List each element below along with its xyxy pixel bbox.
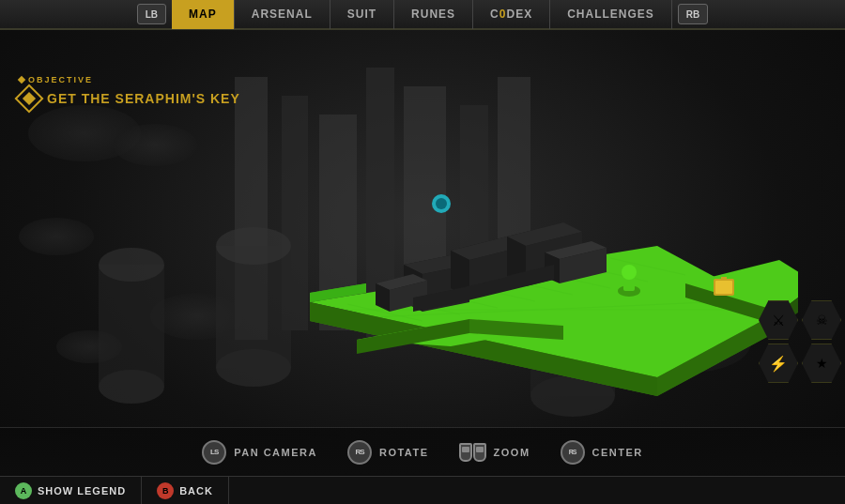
back-label: BACK [179,485,213,496]
map-3d [47,58,798,434]
objective-label: OBJECTIVE [19,75,240,84]
b-button-icon: B [157,482,174,499]
hex-cell-2: ☠ [802,300,841,340]
back-button[interactable]: B BACK [142,477,229,505]
tab-suit[interactable]: SUIT [330,0,394,29]
rb-label: RB [686,9,699,20]
hex-cell-3: ⚡ [759,344,798,383]
svg-point-59 [622,265,637,280]
center-control: RS CENTER [561,440,643,465]
tab-challenges[interactable]: CHALLENGES [550,0,672,29]
hex-cell-1: ⚔ [759,300,798,340]
a-button-icon: A [15,482,32,499]
rs-joystick-icon: RS [347,440,372,465]
bottom-controls-bar: LS PAN CAMERA RS ROTATE ZOOM [0,427,845,476]
codex-label: C0DEX [490,8,532,21]
ls-joystick-icon: LS [202,440,226,465]
tab-arsenal[interactable]: ARSENAL [235,0,330,29]
rb-button[interactable]: RB [678,4,708,24]
show-legend-button[interactable]: A SHOW LEGEND [0,477,142,505]
pan-camera-control: LS PAN CAMERA [202,440,317,465]
zoom-label: ZOOM [494,447,530,458]
zoom-control: ZOOM [459,443,530,462]
tab-runes[interactable]: RUNES [394,0,473,29]
bottom-bar: A SHOW LEGEND B BACK [0,476,845,504]
hex-cell-4: ★ [802,344,841,383]
pan-camera-label: PAN CAMERA [234,447,317,458]
rotate-label: ROTATE [379,447,429,458]
map-area: OBJECTIVE GET THE SERAPHIM'S KEY [0,30,845,504]
tab-codex[interactable]: C0DEX [473,0,550,29]
hex-grid: ⚔ ☠ ⚡ ★ [751,293,845,390]
lb-button[interactable]: LB [137,4,166,24]
rotate-control: RS ROTATE [347,440,429,465]
lb-label: LB [146,9,158,20]
objective-panel: OBJECTIVE GET THE SERAPHIM'S KEY [19,75,240,109]
svg-rect-64 [721,277,727,281]
svg-point-9 [216,227,291,265]
svg-rect-11 [99,265,164,387]
rs2-joystick-icon: RS [561,440,585,465]
zoom-triggers-icon [459,443,486,462]
tab-map[interactable]: MAP [172,0,235,29]
objective-diamond-icon [14,84,43,113]
objective-text: GET THE SERAPHIM'S KEY [19,88,240,109]
svg-point-12 [99,248,164,282]
svg-point-61 [436,198,447,209]
show-legend-label: SHOW LEGEND [38,485,126,496]
top-navigation: LB MAP ARSENAL SUIT RUNES C0DEX CHALLENG… [0,0,845,30]
center-label: CENTER [592,447,643,458]
svg-rect-63 [715,281,732,294]
